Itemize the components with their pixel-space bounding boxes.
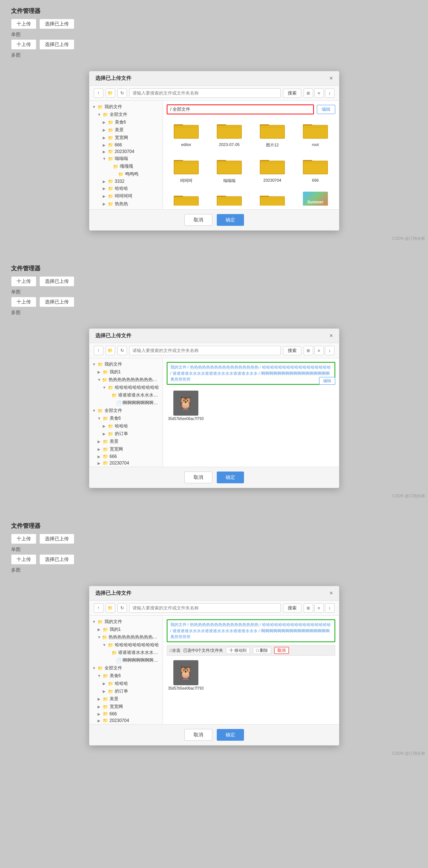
upload-button-multi[interactable]: 十上传 bbox=[11, 39, 36, 50]
tree-item[interactable]: ▶ 📁 我的1 bbox=[89, 626, 163, 633]
file-item-folder[interactable]: 呵呵呵 bbox=[167, 154, 206, 186]
select-uploaded-button-multi[interactable]: 选择已上传 bbox=[39, 39, 74, 50]
thumbnail-item[interactable]: 🦉 35d57b5ee06ac7f793 bbox=[167, 659, 205, 692]
file-item-folder[interactable]: 20230704 bbox=[253, 154, 292, 186]
select-uploaded-button-multi[interactable]: 选择已上传 bbox=[39, 297, 74, 307]
file-item-folder[interactable]: 666 bbox=[296, 154, 335, 186]
tree-item[interactable]: ▶ 📁 哈哈哈 bbox=[89, 185, 163, 192]
search-input[interactable] bbox=[129, 603, 281, 613]
thumbnail-item[interactable]: 🦉 35d57b5ee06ac7f793 bbox=[167, 389, 205, 422]
tree-item[interactable]: ▶ 📁 666 bbox=[89, 711, 163, 717]
sort-button[interactable]: ↕ bbox=[325, 603, 335, 613]
tree-item[interactable]: ▶ 📁 20230704 bbox=[89, 148, 163, 155]
tree-item[interactable]: ▶ 📁 666 bbox=[89, 453, 163, 460]
tree-item[interactable]: 📄 啊啊啊啊啊啊啊啊啊啊啊啊啊 bbox=[89, 657, 163, 664]
edit-button[interactable]: 编辑 bbox=[319, 377, 335, 385]
toolbar-up-button[interactable]: ↑ bbox=[94, 603, 103, 613]
toolbar-refresh-button[interactable]: ↻ bbox=[117, 88, 127, 98]
tree-item[interactable]: ▼ 📁 美食6 bbox=[89, 415, 163, 422]
tree-item[interactable]: ▼ 📁 美食6 bbox=[89, 672, 163, 680]
tree-item[interactable]: ▼ 📁 哈哈哈哈哈哈哈哈哈哈 bbox=[89, 384, 163, 391]
list-view-button[interactable]: ≡ bbox=[314, 346, 324, 355]
confirm-button[interactable]: 确定 bbox=[217, 729, 244, 741]
tree-item[interactable]: ▶ 📁 3332 bbox=[89, 178, 163, 185]
sort-button[interactable]: ↕ bbox=[325, 88, 335, 98]
file-item-folder[interactable]: editor bbox=[167, 118, 206, 150]
toolbar-folder-button[interactable]: 📁 bbox=[106, 603, 115, 613]
tree-item[interactable]: 📁 嘎嘎嘎 bbox=[89, 163, 163, 170]
tree-item[interactable]: ▼ 📁 嗡嗡嗡 bbox=[89, 724, 163, 724]
tree-item[interactable]: ▼ 📁 全部文件 bbox=[89, 407, 163, 415]
upload-button-multi[interactable]: 十上传 bbox=[11, 554, 36, 565]
tree-item[interactable]: ▶ 📁 热热热 bbox=[89, 200, 163, 208]
file-item-folder[interactable]: folder10 bbox=[210, 189, 249, 206]
tree-item[interactable]: ▶ 📁 的订单 bbox=[89, 687, 163, 695]
confirm-button[interactable]: 确定 bbox=[217, 472, 244, 483]
cancel-button[interactable]: 取消 bbox=[184, 472, 212, 483]
search-input[interactable] bbox=[129, 346, 281, 355]
tree-item[interactable]: 📄 啊啊啊啊啊啊啊啊啊啊啊啊啊 bbox=[89, 399, 163, 407]
toolbar-up-button[interactable]: ↑ bbox=[94, 346, 103, 355]
select-uploaded-button-single[interactable]: 选择已上传 bbox=[39, 534, 74, 544]
select-all-checkbox[interactable]: □全选 bbox=[170, 648, 181, 653]
tree-item[interactable]: ▶ 📁 哈哈哈 bbox=[89, 422, 163, 430]
tree-item[interactable]: ▼ 📁 全部文件 bbox=[89, 664, 163, 672]
file-item-folder[interactable]: 2023-07-05 bbox=[210, 118, 249, 150]
toolbar-refresh-button[interactable]: ↻ bbox=[117, 346, 127, 355]
modal-close-button[interactable]: × bbox=[329, 333, 333, 339]
tree-item[interactable]: 📁 鸣鸣鸣 bbox=[89, 170, 163, 178]
tree-item[interactable]: 📁 谁谁谁谁水水水水谁谁谁水 bbox=[89, 649, 163, 657]
tree-item[interactable]: ▼ 📁 热热热热热热热热热热热热热 bbox=[89, 376, 163, 384]
tree-item[interactable]: ▼ 📁 嗡嗡嗡 bbox=[89, 466, 163, 467]
tree-item[interactable]: ▶ 📁 宽宽网 bbox=[89, 134, 163, 142]
tree-item[interactable]: ▶ 📁 666 bbox=[89, 142, 163, 148]
tree-item[interactable]: ▶ 📁 呵呵呵呵 bbox=[89, 192, 163, 200]
file-item-folder[interactable]: folder9 bbox=[167, 189, 206, 206]
tree-item[interactable]: ▼ 📁 我的文件 bbox=[89, 103, 163, 111]
search-button[interactable]: 搜索 bbox=[283, 604, 301, 613]
tree-item[interactable]: ▼ 📁 全部文件 bbox=[89, 111, 163, 118]
modal-close-button[interactable]: × bbox=[329, 75, 333, 81]
tree-item[interactable]: ▶ 📁 宽宽网 bbox=[89, 445, 163, 453]
tree-item[interactable]: ▼ 📁 嗡嗡嗡 bbox=[89, 155, 163, 163]
grid-view-button[interactable]: ⊞ bbox=[304, 88, 313, 98]
toolbar-folder-button[interactable]: 📁 bbox=[106, 346, 115, 355]
select-uploaded-button-single[interactable]: 选择已上传 bbox=[39, 276, 74, 287]
delete-button[interactable]: □ 删除 bbox=[253, 647, 271, 654]
tree-item[interactable]: ▶ 📁 我的1 bbox=[89, 368, 163, 376]
list-view-button[interactable]: ≡ bbox=[314, 603, 324, 613]
select-uploaded-button-single[interactable]: 选择已上传 bbox=[39, 19, 74, 29]
tree-item[interactable]: 📁 谁谁谁谁水水水水谁谁谁水 bbox=[89, 391, 163, 399]
grid-view-button[interactable]: ⊞ bbox=[304, 346, 313, 355]
tree-item[interactable]: ▶ 📁 20230704 bbox=[89, 460, 163, 466]
file-item-folder[interactable]: root bbox=[296, 118, 335, 150]
file-item-image[interactable]: Summer summer_img bbox=[296, 189, 335, 206]
search-button[interactable]: 搜索 bbox=[283, 346, 301, 355]
search-input[interactable] bbox=[129, 88, 281, 98]
tree-item[interactable]: ▶ 📁 哈哈哈 bbox=[89, 680, 163, 687]
edit-button[interactable]: 编辑 bbox=[317, 105, 335, 114]
list-view-button[interactable]: ≡ bbox=[314, 88, 324, 98]
file-item-folder[interactable]: 图片12 bbox=[253, 118, 292, 150]
grid-view-button[interactable]: ⊞ bbox=[304, 603, 313, 613]
tree-item[interactable]: ▼ 📁 哈哈哈哈哈哈哈哈哈哈 bbox=[89, 641, 163, 649]
file-item-folder[interactable]: 嗡嗡嗡 bbox=[210, 154, 249, 186]
tree-item[interactable]: ▶ 📁 美景 bbox=[89, 695, 163, 703]
tree-item[interactable]: ▶ 📁 美食6 bbox=[89, 118, 163, 126]
confirm-button[interactable]: 确定 bbox=[217, 214, 244, 226]
upload-button-single[interactable]: 十上传 bbox=[11, 534, 36, 544]
upload-button-multi[interactable]: 十上传 bbox=[11, 297, 36, 307]
tree-item[interactable]: ▼ 📁 我的文件 bbox=[89, 618, 163, 626]
tree-item[interactable]: ▶ 📁 20230704 bbox=[89, 717, 163, 724]
cancel-button[interactable]: 取消 bbox=[184, 214, 212, 226]
cancel-button[interactable]: 取消 bbox=[184, 729, 212, 741]
selection-cancel-button[interactable]: 取消 bbox=[274, 647, 289, 654]
tree-item[interactable]: ▼ 📁 root bbox=[89, 208, 163, 209]
tree-item[interactable]: ▼ 📁 热热热热热热热热热热热热热 bbox=[89, 633, 163, 641]
upload-button-single[interactable]: 十上传 bbox=[11, 19, 36, 29]
sort-button[interactable]: ↕ bbox=[325, 346, 335, 355]
toolbar-refresh-button[interactable]: ↻ bbox=[117, 603, 127, 613]
file-item-folder[interactable]: folder11 bbox=[253, 189, 292, 206]
tree-item[interactable]: ▶ 📁 的订单 bbox=[89, 430, 163, 438]
move-button[interactable]: 十 移动到 bbox=[226, 647, 250, 654]
